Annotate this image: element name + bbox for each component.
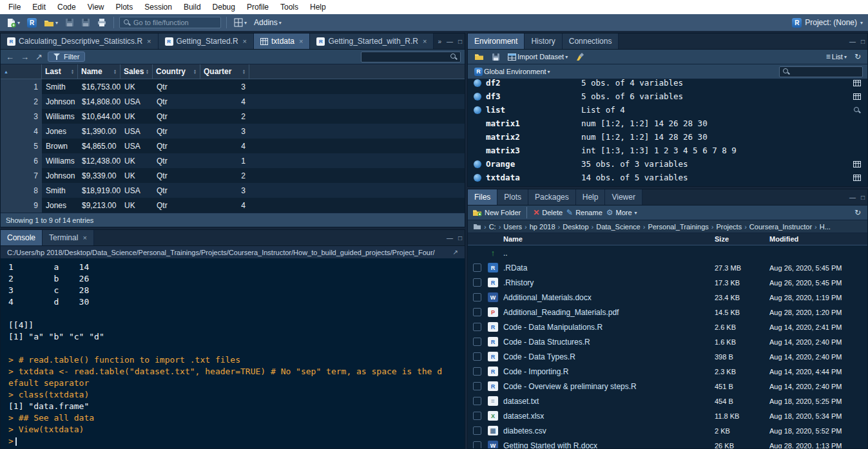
maximize-pane-button[interactable]: □: [456, 38, 465, 45]
files-header-name[interactable]: Name: [503, 235, 715, 243]
table-row[interactable]: 7Johnson$9,339.00UKQtr2: [1, 168, 465, 183]
file-row[interactable]: P Additional_Reading_Materials.pdf 14.5 …: [468, 305, 867, 320]
file-checkbox[interactable]: [473, 278, 481, 287]
file-row[interactable]: R Code - Importing.R 2.3 KB Aug 14, 2020…: [468, 364, 867, 379]
breadcrumb-item[interactable]: Personal_Trainings: [648, 223, 708, 231]
maximize-pane-button[interactable]: □: [456, 234, 465, 242]
column-header-last[interactable]: Last▲▼: [42, 64, 78, 79]
table-row[interactable]: 9Jones$9,213.00UKQtr4: [1, 198, 465, 213]
file-row[interactable]: R .RData 27.3 MB Aug 26, 2020, 5:45 PM: [468, 260, 867, 275]
tab-getting-started-with-r[interactable]: R Getting_Started_with_R.R ×: [310, 33, 434, 49]
file-row[interactable]: R Code - Data Types.R 398 B Aug 14, 2020…: [468, 349, 867, 364]
view-table-icon[interactable]: [852, 161, 862, 167]
tab-packages[interactable]: Packages: [528, 189, 576, 205]
rename-button[interactable]: ✎ Rename: [566, 208, 603, 217]
minimize-pane-button[interactable]: —: [847, 38, 858, 45]
column-header-quarter[interactable]: Quarter▲▼: [200, 64, 249, 79]
tab-terminal[interactable]: Terminal ×: [43, 230, 94, 245]
menu-tools[interactable]: Tools: [275, 1, 304, 14]
file-checkbox[interactable]: [473, 263, 481, 272]
maximize-pane-button[interactable]: □: [858, 194, 867, 201]
save-button[interactable]: [63, 17, 76, 28]
viewer-search-input[interactable]: [364, 53, 447, 61]
tab-help[interactable]: Help: [576, 189, 606, 205]
env-entry-matrix3[interactable]: matrix3 int [1:3, 1:3] 1 2 3 4 5 6 7 8 9: [468, 144, 867, 157]
close-icon[interactable]: ×: [147, 37, 151, 45]
tab-getting-started[interactable]: R Getting_Started.R ×: [159, 33, 255, 49]
new-folder-button[interactable]: New Folder: [472, 209, 521, 216]
file-checkbox[interactable]: [473, 338, 481, 346]
file-row[interactable]: R Code - Data Manipulations.R 2.6 KB Aug…: [468, 320, 867, 334]
tab-txtdata[interactable]: txtdata ×: [254, 33, 310, 49]
column-header-name[interactable]: Name▲▼: [78, 64, 121, 79]
file-row[interactable]: ▦ diabetes.csv 2 KB Aug 18, 2020, 5:52 P…: [468, 423, 867, 438]
file-checkbox[interactable]: [473, 397, 481, 405]
clear-workspace-button[interactable]: [574, 51, 586, 62]
menu-build[interactable]: Build: [178, 1, 207, 14]
open-file-button[interactable]: ▾: [42, 17, 60, 28]
menu-plots[interactable]: Plots: [110, 1, 139, 14]
breadcrumb-item[interactable]: Desktop: [563, 223, 588, 231]
file-row[interactable]: ≡ dataset.txt 454 B Aug 18, 2020, 5:25 P…: [468, 394, 867, 408]
table-row[interactable]: 2Johnson$14,808.00USAQtr4: [1, 94, 465, 109]
more-button[interactable]: ⚙ More ▾: [606, 208, 637, 217]
view-table-icon[interactable]: [852, 80, 862, 86]
menu-file[interactable]: File: [3, 1, 26, 14]
table-row[interactable]: 6Williams$12,438.00UKQtr1: [1, 153, 465, 168]
environment-scope-selector[interactable]: R Global Environment ▾: [472, 66, 552, 77]
files-header-modified[interactable]: Modified: [769, 235, 798, 243]
viewer-search[interactable]: [361, 52, 461, 62]
file-checkbox[interactable]: [473, 308, 481, 316]
minimize-pane-button[interactable]: —: [444, 234, 456, 242]
rownum-header[interactable]: ▲: [1, 64, 42, 79]
back-button[interactable]: ←: [5, 52, 15, 62]
tab-history[interactable]: History: [525, 33, 562, 49]
close-icon[interactable]: ×: [82, 234, 86, 242]
files-header-size[interactable]: Size: [715, 235, 769, 243]
panes-layout-button[interactable]: ▾: [232, 17, 249, 28]
env-entry-df2[interactable]: df2 5 obs. of 4 variables: [468, 79, 867, 90]
print-button[interactable]: [95, 17, 108, 28]
goto-file-input[interactable]: [133, 19, 217, 26]
close-icon[interactable]: ×: [299, 37, 303, 45]
menu-debug[interactable]: Debug: [207, 1, 241, 14]
file-row[interactable]: W Additional_Materials.docx 23.4 KB Aug …: [468, 290, 867, 305]
environment-search[interactable]: [779, 66, 863, 77]
column-header-country[interactable]: Country▲▼: [153, 64, 200, 79]
tab-viewer[interactable]: Viewer: [605, 189, 642, 205]
import-dataset-button[interactable]: Import Dataset ▾: [506, 52, 570, 62]
file-row[interactable]: R .Rhistory 17.3 KB Aug 26, 2020, 5:45 P…: [468, 275, 867, 290]
minimize-pane-button[interactable]: —: [847, 194, 858, 201]
menu-view[interactable]: View: [82, 1, 110, 14]
env-entry-txtdata[interactable]: txtdata 14 obs. of 5 variables: [468, 171, 867, 184]
breadcrumb-item[interactable]: Projects: [716, 223, 742, 231]
menu-session[interactable]: Session: [139, 1, 178, 14]
save-workspace-button[interactable]: [490, 52, 502, 62]
breadcrumb-item[interactable]: Users: [503, 223, 522, 231]
new-project-button[interactable]: R: [25, 17, 39, 29]
file-checkbox[interactable]: [473, 367, 481, 376]
table-row[interactable]: 8Smith$18,919.00USAQtr3: [1, 183, 465, 198]
breadcrumb-item[interactable]: hp 2018: [530, 223, 555, 231]
file-row[interactable]: R Code - Overview & preliminary steps.R …: [468, 379, 867, 394]
forward-button[interactable]: →: [19, 52, 30, 62]
table-row[interactable]: 5Brown$4,865.00USAQtr4: [1, 139, 465, 153]
tab-overflow-button[interactable]: »: [435, 38, 444, 45]
menu-profile[interactable]: Profile: [241, 1, 275, 14]
new-file-button[interactable]: ▾: [5, 17, 22, 29]
maximize-pane-button[interactable]: □: [858, 38, 867, 45]
file-checkbox[interactable]: [473, 412, 481, 420]
table-row[interactable]: 1Smith$16,753.00UKQtr3: [1, 79, 465, 94]
minimize-pane-button[interactable]: —: [444, 38, 456, 45]
environment-search-input[interactable]: [793, 68, 860, 75]
env-entry-list[interactable]: list List of 4: [468, 103, 867, 117]
file-checkbox[interactable]: [473, 426, 481, 435]
view-table-icon[interactable]: [852, 93, 862, 100]
addins-button[interactable]: Addins ▾: [252, 17, 284, 28]
file-row[interactable]: X dataset.xlsx 11.8 KB Aug 18, 2020, 5:3…: [468, 408, 867, 423]
breadcrumb-item[interactable]: Coursera_Instructor: [749, 223, 812, 231]
tab-connections[interactable]: Connections: [563, 33, 619, 49]
file-row[interactable]: R Code - Data Structures.R 1.6 KB Aug 14…: [468, 334, 867, 349]
env-entry-matrix2[interactable]: matrix2 num [1:2, 1:2] 14 28 26 30: [468, 130, 867, 144]
file-row[interactable]: W Getting Started with R.docx 26 KB Aug …: [468, 438, 867, 448]
